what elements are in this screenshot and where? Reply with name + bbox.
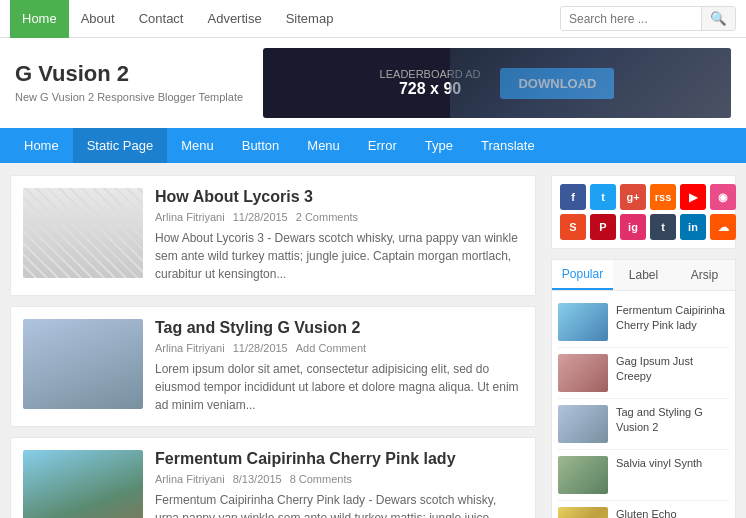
sec-nav-button[interactable]: Button [228,128,294,163]
banner-bg [450,48,731,118]
post-author: Arlina Fitriyani [155,211,225,223]
search-bar: 🔍 [560,6,736,31]
sec-nav-error[interactable]: Error [354,128,411,163]
pinterest-icon[interactable]: P [590,214,616,240]
post-title[interactable]: How About Lycoris 3 [155,188,523,206]
list-item: Fermentum Caipirinha Cherry Pink lady [558,297,729,348]
search-input[interactable] [561,8,701,30]
rss-icon[interactable]: rss [650,184,676,210]
post-comments[interactable]: 2 Comments [296,211,358,223]
sidebar-post-title[interactable]: Gluten Echo Skateboard Park [616,507,729,518]
post-comments[interactable]: 8 Comments [290,473,352,485]
header-area: G Vusion 2 New G Vusion 2 Responsive Blo… [0,38,746,128]
post-card: Fermentum Caipirinha Cherry Pink lady Ar… [10,437,536,518]
sec-nav-static-page[interactable]: Static Page [73,128,168,163]
tabs-header: Popular Label Arsip [552,260,735,291]
list-item: Gluten Echo Skateboard Park [558,501,729,518]
sidebar-post-thumbnail [558,507,608,518]
nav-home[interactable]: Home [10,0,69,38]
post-excerpt: How About Lycoris 3 - Dewars scotch whis… [155,229,523,283]
post-author: Arlina Fitriyani [155,342,225,354]
list-item: Salvia vinyl Synth [558,450,729,501]
post-date: 11/28/2015 [233,342,288,354]
post-excerpt: Lorem ipsum dolor sit amet, consectetur … [155,360,523,414]
tumblr-icon[interactable]: t [650,214,676,240]
banner-ad: LEADERBOARD AD 728 x 90 DOWNLOAD [263,48,731,118]
sidebar-post-thumbnail [558,405,608,443]
post-meta: Arlina Fitriyani 8/13/2015 8 Comments [155,473,523,485]
twitter-icon[interactable]: t [590,184,616,210]
sec-nav-menu-1[interactable]: Menu [167,128,228,163]
facebook-icon[interactable]: f [560,184,586,210]
post-title[interactable]: Fermentum Caipirinha Cherry Pink lady [155,450,523,468]
sec-nav-translate[interactable]: Translate [467,128,549,163]
post-title[interactable]: Tag and Styling G Vusion 2 [155,319,523,337]
post-info: Tag and Styling G Vusion 2 Arlina Fitriy… [155,319,523,414]
linkedin-icon[interactable]: in [680,214,706,240]
sidebar-post-thumbnail [558,303,608,341]
top-nav-links: Home About Contact Advertise Sitemap [10,0,560,38]
search-button[interactable]: 🔍 [701,7,735,30]
sidebar-post-thumbnail [558,354,608,392]
posts-area: How About Lycoris 3 Arlina Fitriyani 11/… [10,175,536,518]
list-item: Gag Ipsum Just Creepy [558,348,729,399]
tab-popular[interactable]: Popular [552,260,613,290]
sec-nav-home[interactable]: Home [10,128,73,163]
post-meta: Arlina Fitriyani 11/28/2015 2 Comments [155,211,523,223]
nav-sitemap[interactable]: Sitemap [274,0,346,38]
list-item: Tag and Styling G Vusion 2 [558,399,729,450]
post-comments[interactable]: Add Comment [296,342,366,354]
sidebar-post-title[interactable]: Gag Ipsum Just Creepy [616,354,729,385]
post-author: Arlina Fitriyani [155,473,225,485]
tab-label[interactable]: Label [613,260,674,290]
post-date: 8/13/2015 [233,473,282,485]
social-grid: f t g+ rss ▶ ◉ S P ig t in ☁ [551,175,736,249]
post-meta: Arlina Fitriyani 11/28/2015 Add Comment [155,342,523,354]
post-info: How About Lycoris 3 Arlina Fitriyani 11/… [155,188,523,283]
nav-about[interactable]: About [69,0,127,38]
stumbleupon-icon[interactable]: S [560,214,586,240]
youtube-icon[interactable]: ▶ [680,184,706,210]
post-card: Tag and Styling G Vusion 2 Arlina Fitriy… [10,306,536,427]
logo-title: G Vusion 2 [15,61,243,87]
tab-content: Fermentum Caipirinha Cherry Pink lady Ga… [552,291,735,518]
post-card: How About Lycoris 3 Arlina Fitriyani 11/… [10,175,536,296]
googleplus-icon[interactable]: g+ [620,184,646,210]
post-info: Fermentum Caipirinha Cherry Pink lady Ar… [155,450,523,518]
sidebar-post-thumbnail [558,456,608,494]
main-content: How About Lycoris 3 Arlina Fitriyani 11/… [0,163,746,518]
sidebar-post-title[interactable]: Salvia vinyl Synth [616,456,702,471]
sidebar-post-title[interactable]: Tag and Styling G Vusion 2 [616,405,729,436]
nav-contact[interactable]: Contact [127,0,196,38]
sidebar-tabs: Popular Label Arsip Fermentum Caipirinha… [551,259,736,518]
logo-subtitle: New G Vusion 2 Responsive Blogger Templa… [15,90,243,105]
post-date: 11/28/2015 [233,211,288,223]
sidebar: f t g+ rss ▶ ◉ S P ig t in ☁ Popular Lab… [551,175,736,518]
sec-nav-type[interactable]: Type [411,128,467,163]
sec-nav-menu-2[interactable]: Menu [293,128,354,163]
soundcloud-icon[interactable]: ☁ [710,214,736,240]
instagram-icon[interactable]: ig [620,214,646,240]
post-thumbnail [23,188,143,278]
secondary-navigation: Home Static Page Menu Button Menu Error … [0,128,746,163]
post-thumbnail [23,319,143,409]
logo-area: G Vusion 2 New G Vusion 2 Responsive Blo… [15,61,243,105]
nav-advertise[interactable]: Advertise [195,0,273,38]
dribbble-icon[interactable]: ◉ [710,184,736,210]
post-thumbnail [23,450,143,518]
top-navigation: Home About Contact Advertise Sitemap 🔍 [0,0,746,38]
tab-arsip[interactable]: Arsip [674,260,735,290]
post-excerpt: Fermentum Caipirinha Cherry Pink lady - … [155,491,523,518]
sidebar-post-title[interactable]: Fermentum Caipirinha Cherry Pink lady [616,303,729,334]
